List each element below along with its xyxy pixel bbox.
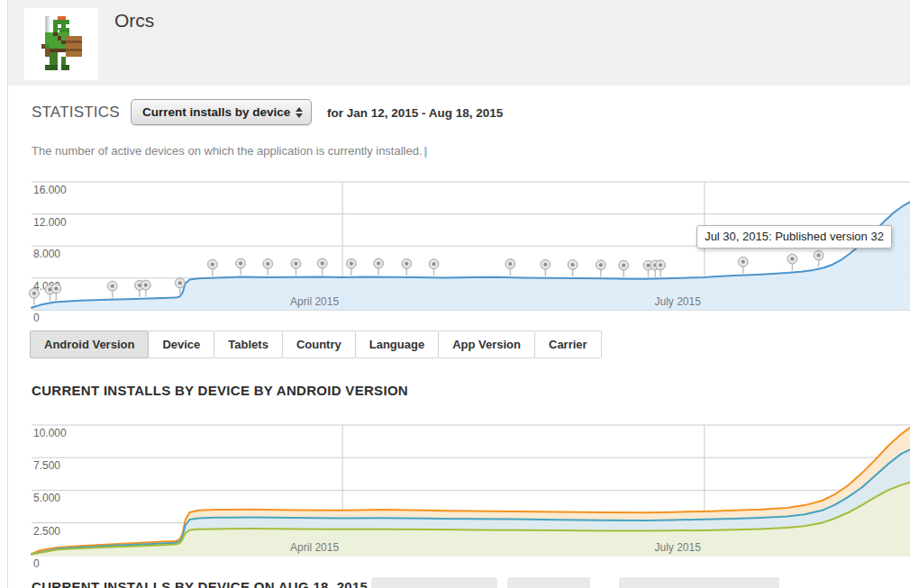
published-version-pin[interactable] bbox=[429, 259, 439, 276]
published-version-pin[interactable] bbox=[656, 260, 666, 277]
published-version-pin[interactable] bbox=[263, 258, 273, 276]
published-version-pin[interactable] bbox=[738, 257, 748, 274]
svg-text:10.000: 10.000 bbox=[33, 427, 67, 439]
bottom-legend-chip[interactable] bbox=[371, 577, 497, 588]
text-cursor: | bbox=[424, 144, 428, 158]
section-title-on-date: CURRENT INSTALLS BY DEVICE ON AUG 18, 20… bbox=[32, 579, 368, 588]
bottom-legend-chip[interactable] bbox=[619, 577, 779, 588]
tab-android-version[interactable]: Android Version bbox=[30, 330, 149, 358]
chart-event-tooltip: Jul 30, 2015: Published version 32 bbox=[696, 225, 892, 249]
installs-by-version-chart-svg: 10.0007.5005.0002.5000April 2015July 201… bbox=[0, 417, 910, 572]
app-header: Orcs bbox=[8, 0, 910, 86]
installs-by-version-chart[interactable]: 10.0007.5005.0002.5000April 2015July 201… bbox=[0, 417, 910, 572]
published-version-pin[interactable] bbox=[541, 259, 551, 276]
svg-text:7.500: 7.500 bbox=[33, 459, 60, 472]
published-version-pin[interactable] bbox=[141, 280, 150, 297]
tab-device[interactable]: Device bbox=[148, 330, 214, 358]
published-version-pin[interactable] bbox=[346, 258, 356, 276]
tab-app-version[interactable]: App Version bbox=[438, 330, 535, 358]
chevron-up-icon bbox=[296, 107, 303, 112]
published-version-pin[interactable] bbox=[402, 258, 412, 276]
tab-country[interactable]: Country bbox=[282, 330, 356, 358]
svg-text:12.000: 12.000 bbox=[33, 216, 67, 229]
bottom-legend-chip[interactable] bbox=[507, 577, 590, 588]
tab-carrier[interactable]: Carrier bbox=[534, 330, 602, 358]
published-version-pin[interactable] bbox=[107, 281, 117, 298]
svg-text:16.000: 16.000 bbox=[33, 184, 67, 196]
svg-text:8.000: 8.000 bbox=[33, 248, 60, 260]
published-version-pin[interactable] bbox=[596, 260, 605, 277]
metric-select-dropdown[interactable]: Current installs by device bbox=[131, 99, 312, 125]
pixel-orc-icon bbox=[29, 14, 94, 74]
app-icon bbox=[24, 8, 98, 80]
published-version-pin[interactable] bbox=[51, 284, 61, 301]
published-version-pin[interactable] bbox=[207, 259, 217, 276]
section-title-by-android-version: CURRENT INSTALLS BY DEVICE BY ANDROID VE… bbox=[32, 383, 408, 398]
chart-description-text: The number of active devices on which th… bbox=[32, 144, 423, 158]
published-version-pin[interactable] bbox=[374, 258, 384, 276]
svg-text:2.500: 2.500 bbox=[33, 525, 60, 538]
svg-text:0: 0 bbox=[33, 557, 40, 570]
metric-select-value: Current installs by device bbox=[142, 105, 290, 119]
published-version-pin[interactable] bbox=[619, 260, 629, 277]
published-version-pin[interactable] bbox=[29, 288, 39, 305]
published-version-pin[interactable] bbox=[236, 258, 246, 276]
svg-text:July 2015: July 2015 bbox=[654, 541, 701, 554]
published-version-pin[interactable] bbox=[291, 258, 301, 276]
select-stepper-icon bbox=[296, 107, 303, 118]
date-range-label: for Jan 12, 2015 - Aug 18, 2015 bbox=[327, 106, 503, 120]
published-version-pin[interactable] bbox=[317, 258, 327, 276]
tab-language[interactable]: Language bbox=[355, 330, 439, 358]
svg-text:April 2015: April 2015 bbox=[290, 295, 339, 308]
published-version-pin[interactable] bbox=[787, 254, 797, 271]
svg-text:July 2015: July 2015 bbox=[654, 295, 701, 308]
tab-tablets[interactable]: Tablets bbox=[214, 330, 283, 358]
published-version-pin[interactable] bbox=[568, 259, 578, 276]
published-version-pin[interactable] bbox=[505, 259, 515, 276]
installs-chart-svg: 16.00012.0008.0004.0000April 2015July 20… bbox=[0, 176, 910, 327]
installs-chart[interactable]: 16.00012.0008.0004.0000April 2015July 20… bbox=[0, 176, 910, 327]
app-title: Orcs bbox=[114, 10, 154, 32]
svg-text:0: 0 bbox=[33, 312, 40, 324]
svg-text:5.000: 5.000 bbox=[33, 492, 60, 504]
svg-text:April 2015: April 2015 bbox=[290, 541, 339, 554]
statistics-heading: STATISTICS bbox=[32, 104, 120, 122]
chart-description: The number of active devices on which th… bbox=[32, 144, 427, 158]
dimension-tabs: Android Version Device Tablets Country L… bbox=[31, 330, 602, 358]
published-version-pin[interactable] bbox=[814, 250, 824, 267]
chevron-down-icon bbox=[296, 113, 303, 118]
